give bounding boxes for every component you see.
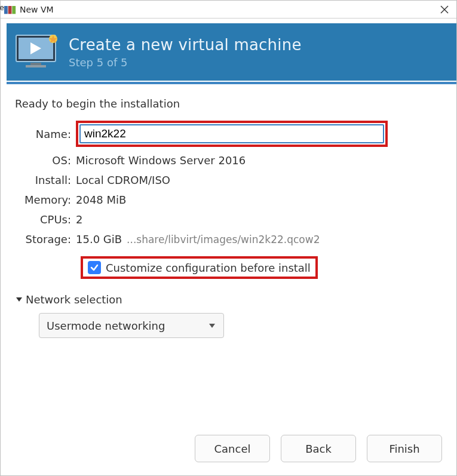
triangle-down-icon <box>15 293 23 306</box>
window-title: New VM <box>20 5 436 14</box>
cancel-button[interactable]: Cancel <box>195 435 270 462</box>
install-value: Local CDROM/ISO <box>76 174 170 186</box>
cpus-label: CPUs: <box>15 213 76 226</box>
cpus-row: CPUs: 2 <box>15 213 442 226</box>
os-value: Microsoft Windows Server 2016 <box>76 154 246 167</box>
os-label: OS: <box>15 154 76 167</box>
chevron-down-icon <box>208 320 216 332</box>
button-bar: Cancel Back Finish <box>195 435 442 462</box>
wizard-banner: Create a new virtual machine Step 5 of 5 <box>7 23 456 81</box>
memory-row: Memory: 2048 MiB <box>15 194 442 206</box>
os-row: OS: Microsoft Windows Server 2016 <box>15 154 442 167</box>
svg-rect-8 <box>30 63 41 65</box>
check-icon <box>90 263 99 272</box>
svg-marker-13 <box>209 324 215 328</box>
memory-value: 2048 MiB <box>76 194 126 206</box>
storage-row: Storage: 15.0 GiB ...share/libvirt/image… <box>15 233 442 245</box>
svg-rect-2 <box>12 6 16 14</box>
wizard-heading: Create a new virtual machine <box>69 36 302 54</box>
name-input[interactable] <box>79 124 384 143</box>
content-area: Ready to begin the installation Name: OS… <box>1 84 456 338</box>
cpus-value: 2 <box>76 213 82 226</box>
titlebar: New VM <box>1 1 456 19</box>
network-select[interactable]: Usermode networking <box>39 313 224 338</box>
storage-label: Storage: <box>15 233 76 245</box>
svg-rect-1 <box>8 6 12 14</box>
memory-label: Memory: <box>15 194 76 206</box>
storage-size: 15.0 GiB <box>76 233 122 245</box>
network-section: Network selection Usermode networking <box>15 293 442 338</box>
back-label: Back <box>305 443 332 455</box>
svg-marker-12 <box>16 297 22 302</box>
name-highlight <box>76 121 388 147</box>
finish-button[interactable]: Finish <box>367 435 442 462</box>
storage-path: ...share/libvirt/images/win2k22.qcow2 <box>127 234 320 245</box>
customize-checkbox[interactable] <box>88 261 101 274</box>
close-button[interactable] <box>436 1 453 18</box>
customize-label: Customize configuration before install <box>106 262 311 274</box>
new-vm-dialog: e New VM <box>0 0 457 476</box>
install-label: Install: <box>15 174 76 186</box>
close-icon <box>440 5 449 14</box>
network-expander[interactable]: Network selection <box>15 293 442 306</box>
install-row: Install: Local CDROM/ISO <box>15 174 442 186</box>
finish-label: Finish <box>389 443 419 455</box>
network-selected-value: Usermode networking <box>47 320 165 332</box>
wizard-step: Step 5 of 5 <box>69 56 302 69</box>
name-label: Name: <box>15 128 76 140</box>
vm-manager-icon <box>4 5 16 14</box>
name-row: Name: <box>15 121 442 147</box>
monitor-play-icon <box>15 34 59 70</box>
back-button[interactable]: Back <box>281 435 356 462</box>
cancel-label: Cancel <box>214 443 251 455</box>
svg-rect-9 <box>26 65 46 67</box>
svg-rect-0 <box>4 6 8 14</box>
truncated-window-text: e <box>0 3 4 12</box>
customize-highlight: Customize configuration before install <box>81 256 318 279</box>
network-header-label: Network selection <box>26 293 122 306</box>
ready-text: Ready to begin the installation <box>15 97 442 110</box>
